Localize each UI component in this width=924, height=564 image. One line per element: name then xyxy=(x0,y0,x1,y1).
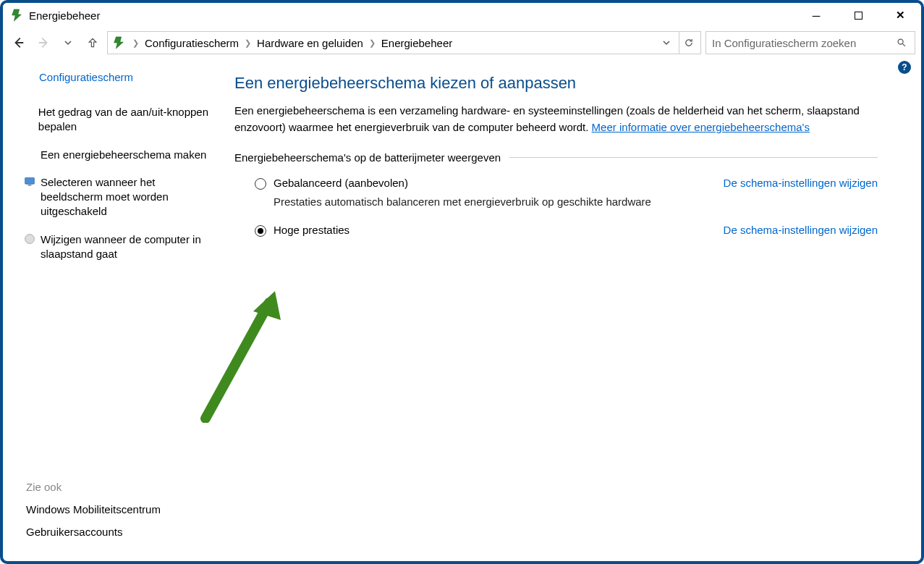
history-dropdown-button[interactable] xyxy=(58,33,78,53)
breadcrumb-bar[interactable]: ❯ Configuratiescherm ❯ Hardware en gelui… xyxy=(107,31,701,54)
sidebar-item-label: Wijzigen wanneer de computer in slaapsta… xyxy=(41,232,213,262)
search-box[interactable] xyxy=(705,31,915,54)
chevron-right-icon: ❯ xyxy=(366,38,378,48)
svg-point-3 xyxy=(25,234,35,243)
page-heading: Een energiebeheerschema kiezen of aanpas… xyxy=(234,74,878,93)
control-panel-home-link[interactable]: Configuratiescherm xyxy=(39,71,213,83)
sidebar-item-label: Een energiebeheerschema maken xyxy=(41,148,206,162)
sidebar: Configuratiescherm Het gedrag van de aan… xyxy=(3,58,220,561)
power-plan-row-balanced: Gebalanceerd (aanbevolen) De schema-inst… xyxy=(234,174,878,193)
window-minimize-button[interactable] xyxy=(795,3,837,28)
sidebar-item-label: Het gedrag van de aan/uit-knoppen bepale… xyxy=(38,105,213,135)
breadcrumb-dropdown-button[interactable] xyxy=(657,32,676,54)
chevron-right-icon: ❯ xyxy=(242,38,254,48)
sidebar-item[interactable]: Het gedrag van de aan/uit-knoppen bepale… xyxy=(23,105,213,135)
change-plan-settings-link[interactable]: De schema-instellingen wijzigen xyxy=(724,177,878,189)
page-description: Een energiebeheerschema is een verzameli… xyxy=(234,103,878,135)
sidebar-item[interactable]: Selecteren wanneer het beeldscherm moet … xyxy=(23,175,213,219)
moon-icon xyxy=(23,232,36,245)
help-button[interactable]: ? xyxy=(898,61,911,74)
power-plan-row-high-performance: Hoge prestaties De schema-instellingen w… xyxy=(234,221,878,240)
plan-group-legend: Energiebeheerschema's op de batterijmete… xyxy=(234,151,878,164)
titlebar: Energiebeheer xyxy=(3,3,921,28)
sidebar-item[interactable]: Een energiebeheerschema maken xyxy=(23,148,213,162)
see-also-heading: Zie ook xyxy=(26,481,213,493)
window-close-button[interactable] xyxy=(879,3,921,28)
window-title: Energiebeheer xyxy=(29,9,100,22)
see-also-link[interactable]: Gebruikersaccounts xyxy=(26,526,213,538)
change-plan-settings-link[interactable]: De schema-instellingen wijzigen xyxy=(724,224,878,236)
plan-name-label[interactable]: Gebalanceerd (aanbevolen) xyxy=(274,177,408,189)
nav-bar: ❯ Configuratiescherm ❯ Hardware en gelui… xyxy=(3,28,921,58)
breadcrumb-item[interactable]: Configuratiescherm xyxy=(145,37,239,49)
plan-name-label[interactable]: Hoge prestaties xyxy=(274,224,349,236)
monitor-icon xyxy=(23,175,36,188)
radio-balanced[interactable] xyxy=(255,178,266,190)
power-options-icon xyxy=(10,9,23,22)
sidebar-item-label: Selecteren wanneer het beeldscherm moet … xyxy=(41,175,213,219)
chevron-right-icon: ❯ xyxy=(130,38,142,48)
svg-point-0 xyxy=(898,39,903,44)
forward-button[interactable] xyxy=(33,33,54,53)
breadcrumb-item[interactable]: Hardware en geluiden xyxy=(257,37,363,49)
radio-high-performance[interactable] xyxy=(255,225,266,237)
refresh-button[interactable] xyxy=(679,32,698,54)
window-maximize-button[interactable] xyxy=(837,3,879,28)
svg-rect-1 xyxy=(25,177,35,184)
svg-rect-2 xyxy=(28,185,32,186)
plan-description: Prestaties automatisch balanceren met en… xyxy=(234,195,878,208)
main-panel: Een energiebeheerschema kiezen of aanpas… xyxy=(220,58,921,561)
more-info-link[interactable]: Meer informatie over energiebeheerschema… xyxy=(592,121,810,133)
back-button[interactable] xyxy=(9,33,29,53)
search-input[interactable] xyxy=(712,37,894,49)
see-also-link[interactable]: Windows Mobiliteitscentrum xyxy=(26,503,213,515)
search-icon[interactable] xyxy=(894,38,909,48)
breadcrumb-item[interactable]: Energiebeheer xyxy=(381,37,452,49)
content-area: Configuratiescherm Het gedrag van de aan… xyxy=(3,58,921,561)
up-button[interactable] xyxy=(82,33,103,53)
sidebar-item[interactable]: Wijzigen wanneer de computer in slaapsta… xyxy=(23,232,213,262)
breadcrumb-icon xyxy=(111,35,127,51)
